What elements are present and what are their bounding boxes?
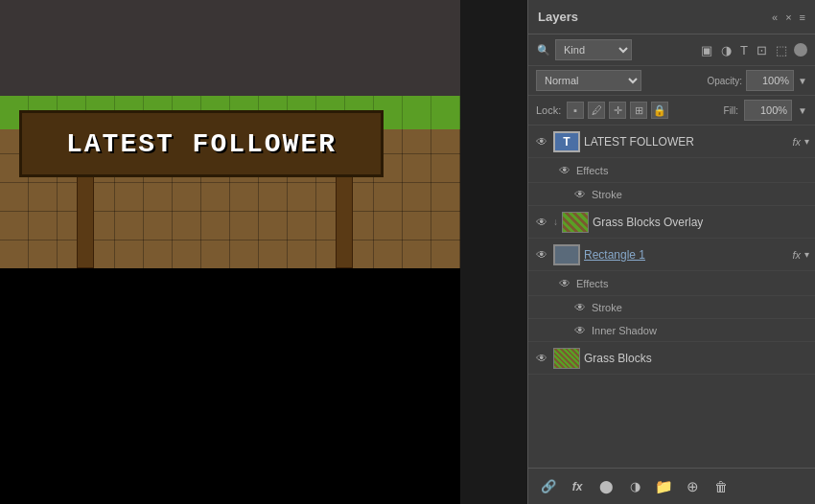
layers-list[interactable]: 👁 T LATEST FOLLOWER fx ▾ 👁 Effects 👁 Str… <box>528 126 815 468</box>
opacity-input[interactable] <box>746 70 794 91</box>
layer-thumb-grass-overlay <box>562 212 589 233</box>
type-filter-icon[interactable]: T <box>738 42 750 58</box>
lock-row: Lock: ▪ 🖊 ✛ ⊞ 🔒 Fill: ▼ <box>528 96 815 126</box>
lock-transparent-btn[interactable]: ▪ <box>567 102 584 119</box>
opacity-arrow[interactable]: ▼ <box>798 76 807 86</box>
filter-icons: ▣ ◑ T ⊡ ⬚ <box>699 42 807 58</box>
stroke-label-1: Stroke <box>592 189 622 200</box>
post-right <box>336 172 353 268</box>
fx-badge-rectangle-1: fx <box>792 249 801 261</box>
search-icon: 🔍 <box>536 42 551 57</box>
layer-item-effects-2[interactable]: 👁 Effects <box>528 271 815 296</box>
layer-thumb-latest-follower: T <box>553 131 580 152</box>
layer-thumb-rectangle-1 <box>553 244 580 265</box>
lock-all-btn[interactable]: 🔒 <box>651 102 668 119</box>
visibility-icon-stroke-2[interactable]: 👁 <box>572 300 588 315</box>
layer-item-rectangle-1[interactable]: 👁 Rectangle 1 fx ▾ <box>528 239 815 271</box>
filter-toggle-btn[interactable] <box>794 43 807 57</box>
effects-label-1: Effects <box>576 165 608 176</box>
link-icon-grass-overlay: ↓ <box>553 217 558 227</box>
new-layer-btn[interactable]: ⊕ <box>682 476 703 497</box>
sky-area <box>0 0 460 96</box>
layer-item-grass-overlay[interactable]: 👁 ↓ Grass Blocks Overlay <box>528 206 815 239</box>
fill-input[interactable] <box>744 100 792 121</box>
sign-banner: LATEST FOLLOWER <box>19 110 384 177</box>
sign-text: LATEST FOLLOWER <box>66 129 337 159</box>
fx-badge-latest-follower: fx <box>792 136 801 148</box>
layer-thumb-grass-blocks-2 <box>553 348 580 369</box>
layer-item-latest-follower[interactable]: 👁 T LATEST FOLLOWER fx ▾ <box>528 126 815 158</box>
delete-layer-btn[interactable]: 🗑 <box>710 476 732 497</box>
lock-image-btn[interactable]: 🖊 <box>588 102 605 119</box>
lock-position-btn[interactable]: ✛ <box>609 102 626 119</box>
blend-mode-select[interactable]: Normal Multiply Screen Overlay <box>536 70 641 91</box>
blend-row: Normal Multiply Screen Overlay Opacity: … <box>528 66 815 96</box>
post-left <box>77 172 94 268</box>
opacity-label: Opacity: <box>707 76 742 86</box>
pixel-filter-icon[interactable]: ▣ <box>699 42 714 58</box>
visibility-icon-stroke-1[interactable]: 👁 <box>572 187 588 202</box>
inner-shadow-label: Inner Shadow <box>592 325 657 336</box>
layer-item-stroke-1[interactable]: 👁 Stroke <box>528 183 815 206</box>
visibility-icon-grass-overlay[interactable]: 👁 <box>534 215 549 230</box>
menu-icon[interactable]: ≡ <box>800 11 805 23</box>
link-layers-btn[interactable]: 🔗 <box>538 476 559 497</box>
lock-icons: ▪ 🖊 ✛ ⊞ 🔒 <box>567 102 668 119</box>
canvas-content: LATEST FOLLOWER <box>0 0 460 504</box>
close-icon[interactable]: × <box>785 11 791 23</box>
kind-select[interactable]: Kind <box>555 39 632 60</box>
layer-name-grass-blocks-2: Grass Blocks <box>584 352 809 365</box>
layers-panel: Layers « × ≡ 🔍 Kind ▣ ◑ T ⊡ ⬚ Normal Mul… <box>527 0 815 504</box>
lock-artboard-btn[interactable]: ⊞ <box>630 102 647 119</box>
fill-arrow[interactable]: ▼ <box>798 105 807 116</box>
lock-label: Lock: <box>536 104 561 116</box>
stroke-label-2: Stroke <box>592 302 622 313</box>
shape-filter-icon[interactable]: ⬚ <box>774 42 789 58</box>
group-btn[interactable]: 📁 <box>653 476 674 497</box>
filter-row: 🔍 Kind ▣ ◑ T ⊡ ⬚ <box>528 34 815 66</box>
canvas-area: LATEST FOLLOWER <box>0 0 460 504</box>
black-area <box>0 268 460 504</box>
layer-item-effects-1[interactable]: 👁 Effects <box>528 158 815 183</box>
layer-item-stroke-2[interactable]: 👁 Stroke <box>528 296 815 319</box>
visibility-icon-effects-1[interactable]: 👁 <box>557 163 572 178</box>
panel-title: Layers <box>538 10 578 24</box>
fill-label: Fill: <box>724 105 739 116</box>
panel-header: Layers « × ≡ <box>528 0 815 34</box>
collapse-icon[interactable]: « <box>772 11 778 23</box>
layer-name-grass-overlay: Grass Blocks Overlay <box>593 216 809 229</box>
layer-name-rectangle-1: Rectangle 1 <box>584 248 788 262</box>
adjustment-btn[interactable]: ◑ <box>624 476 645 497</box>
layer-item-grass-blocks-2[interactable]: 👁 Grass Blocks <box>528 342 815 375</box>
visibility-icon-latest-follower[interactable]: 👁 <box>534 134 549 149</box>
layers-toolbar: 🔗 fx ⬤ ◑ 📁 ⊕ 🗑 <box>528 468 815 504</box>
new-fill-btn[interactable]: ⬤ <box>595 476 617 497</box>
visibility-icon-grass-blocks-2[interactable]: 👁 <box>534 351 549 366</box>
effects-label-2: Effects <box>576 278 608 289</box>
layer-name-latest-follower: LATEST FOLLOWER <box>584 135 788 149</box>
layer-item-inner-shadow[interactable]: 👁 Inner Shadow <box>528 319 815 342</box>
panel-header-icons: « × ≡ <box>772 11 805 23</box>
visibility-icon-rectangle-1[interactable]: 👁 <box>534 247 549 263</box>
expand-rectangle-1[interactable]: ▾ <box>804 249 809 260</box>
visibility-icon-inner-shadow[interactable]: 👁 <box>572 323 588 338</box>
smart-filter-icon[interactable]: ⊡ <box>755 42 769 58</box>
fx-btn[interactable]: fx <box>567 476 588 497</box>
expand-latest-follower[interactable]: ▾ <box>804 136 809 147</box>
adjust-filter-icon[interactable]: ◑ <box>719 42 734 58</box>
visibility-icon-effects-2[interactable]: 👁 <box>557 276 572 291</box>
